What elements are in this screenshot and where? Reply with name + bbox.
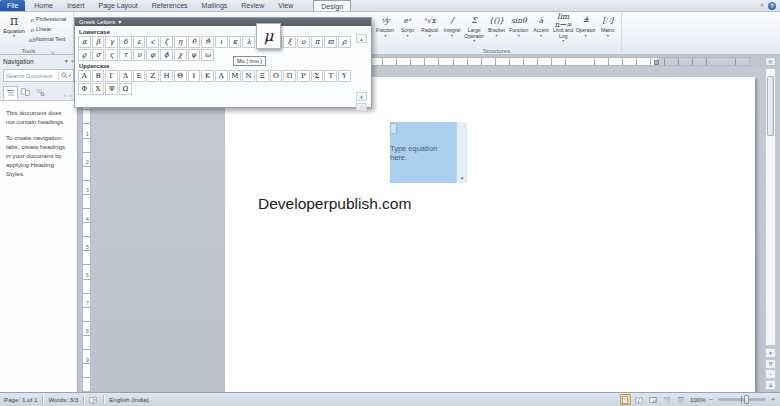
ribbon-tab[interactable]: Page Layout [91, 0, 144, 11]
greek-letter-cell[interactable]: α [78, 36, 91, 48]
greek-letter-cell[interactable]: β [92, 36, 105, 48]
structure-button[interactable]: sinθ Function ▾ [508, 13, 530, 47]
greek-letter-cell[interactable]: Ο [270, 70, 283, 82]
greek-letter-cell[interactable]: Τ [324, 70, 337, 82]
word-count[interactable]: Words: 3/3 [48, 396, 78, 403]
greek-letter-cell[interactable]: ψ [188, 49, 201, 61]
greek-letter-cell[interactable]: Γ [105, 70, 118, 82]
proofing-icon[interactable] [89, 396, 98, 404]
greek-letter-cell[interactable]: Ε [133, 70, 146, 82]
greek-letter-cell[interactable]: ϵ [146, 36, 159, 48]
greek-letter-cell[interactable]: γ [105, 36, 118, 48]
structure-button[interactable]: ⁿ√x Radical ▾ [419, 13, 441, 47]
greek-letter-cell[interactable]: σ [92, 49, 105, 61]
greek-letter-cell[interactable]: ς [105, 49, 118, 61]
ribbon-tab[interactable]: References [145, 0, 195, 11]
greek-letter-cell[interactable]: Ρ [297, 70, 310, 82]
margin-marker[interactable] [654, 60, 659, 65]
equation-button[interactable]: π Equation ▾ [1, 13, 27, 46]
tab-browse-headings[interactable] [3, 86, 18, 99]
equation-options-strip[interactable]: ▾ [456, 122, 467, 183]
chevron-down-icon[interactable]: ▾ [69, 73, 71, 78]
draft-view-button[interactable] [676, 394, 687, 405]
ruler-toggle-button[interactable]: ▤ [765, 57, 776, 66]
select-browse-object-button[interactable]: • [765, 369, 776, 379]
zoom-in-button[interactable]: + [771, 395, 775, 405]
greek-letter-cell[interactable]: ϑ [201, 36, 214, 48]
greek-letter-cell[interactable]: ι [215, 36, 228, 48]
greek-letter-cell[interactable]: ϖ [324, 36, 337, 48]
help-icon[interactable]: ? [768, 2, 776, 10]
vertical-ruler[interactable]: 1 2 3 4 5 6 7 8 [82, 67, 91, 392]
greek-letter-cell[interactable]: υ [133, 49, 146, 61]
greek-letter-cell[interactable]: Σ [311, 70, 324, 82]
greek-letter-cell[interactable]: ϱ [78, 49, 91, 61]
page-indicator[interactable]: Page: 1 of 1 [4, 396, 37, 403]
greek-letter-cell[interactable]: Β [92, 70, 105, 82]
search-icon[interactable] [61, 72, 68, 79]
web-layout-view-button[interactable] [648, 394, 659, 405]
greek-letter-cell[interactable]: ω [201, 49, 214, 61]
tools-button[interactable]: e Professional [28, 14, 74, 24]
structure-button[interactable]: lim n→∞ Limit and Log ▾ [552, 13, 574, 47]
ribbon-tab[interactable]: Insert [60, 0, 92, 11]
greek-letter-cell[interactable]: Θ [174, 70, 187, 82]
print-layout-view-button[interactable] [620, 394, 631, 405]
previous-page-button[interactable]: ⇈ [765, 359, 776, 369]
greek-letter-cell[interactable]: ϕ [160, 49, 173, 61]
ribbon-tab[interactable]: Mailings [195, 0, 235, 11]
outline-view-button[interactable] [662, 394, 673, 405]
greek-letter-cell[interactable]: Ν [242, 70, 255, 82]
greek-letter-cell[interactable]: Α [78, 70, 91, 82]
structure-button[interactable]: ∫ Integral ▾ [441, 13, 463, 47]
greek-letter-cell[interactable]: ε [133, 36, 146, 48]
gallery-resize-grip[interactable]: ∷ [356, 103, 367, 111]
greek-letter-cell[interactable]: ρ [338, 36, 351, 48]
chevron-down-icon[interactable]: ▾ [457, 175, 467, 181]
document-page[interactable]: Type equation here. ▾ Developerpublish.c… [225, 77, 755, 392]
structure-button[interactable]: {()} Bracket ▾ [485, 13, 507, 47]
equation-field[interactable]: Type equation here. [390, 122, 456, 183]
greek-letter-cell[interactable]: θ [188, 36, 201, 48]
structure-button[interactable]: ˣ⁄y Fraction ▾ [374, 13, 396, 47]
greek-letter-cell[interactable]: Ω [119, 83, 132, 95]
zoom-slider[interactable] [718, 398, 766, 401]
zoom-out-button[interactable]: − [709, 395, 713, 405]
zoom-level[interactable]: 100% [690, 396, 706, 403]
tools-button[interactable]: e Linear [28, 24, 74, 34]
tab-browse-results[interactable] [33, 86, 48, 99]
greek-letter-cell[interactable]: τ [119, 49, 132, 61]
greek-letter-cell[interactable]: ζ [160, 36, 173, 48]
tab-browse-pages[interactable] [18, 86, 33, 99]
fullscreen-reading-view-button[interactable] [634, 394, 645, 405]
greek-letter-cell[interactable]: Φ [78, 83, 91, 95]
greek-letter-cell[interactable]: Ψ [105, 83, 118, 95]
scrollbar-track[interactable] [765, 68, 776, 346]
gallery-scroll-up[interactable]: ▴ [356, 34, 367, 43]
equation-content-control[interactable]: Type equation here. ▾ [390, 122, 467, 183]
content-control-handle[interactable] [390, 123, 397, 134]
pane-options-icon[interactable]: ▾ [65, 58, 68, 64]
greek-letter-cell[interactable]: Δ [119, 70, 132, 82]
greek-letter-cell[interactable]: Κ [201, 70, 214, 82]
greek-letter-cell[interactable]: Χ [92, 83, 105, 95]
greek-letter-cell[interactable]: η [174, 36, 187, 48]
greek-letter-cell[interactable]: χ [174, 49, 187, 61]
minimize-ribbon-icon[interactable]: ˄ [760, 1, 764, 11]
tools-button[interactable]: ab Normal Text [28, 34, 74, 44]
next-page-button[interactable]: ⇊ [765, 380, 776, 390]
greek-letter-cell[interactable]: Ξ [256, 70, 269, 82]
greek-letter-cell[interactable]: ο [297, 36, 310, 48]
ribbon-tab[interactable]: View [271, 0, 300, 11]
structure-button[interactable]: ä Accent ▾ [530, 13, 552, 47]
structure-button[interactable]: Σ Large Operator ▾ [463, 13, 485, 47]
ribbon-tab[interactable]: Home [27, 0, 60, 11]
scroll-down-button[interactable]: ▾ [765, 348, 776, 358]
greek-letter-cell[interactable]: ξ [283, 36, 296, 48]
greek-letter-cell[interactable]: Μ [229, 70, 242, 82]
greek-letter-cell[interactable]: Υ [338, 70, 351, 82]
gallery-scroll-down[interactable]: ▾ [356, 92, 367, 101]
greek-letter-cell[interactable]: φ [146, 49, 159, 61]
greek-letter-cell[interactable]: Ι [188, 70, 201, 82]
document-text[interactable]: Developerpublish.com [258, 195, 411, 213]
